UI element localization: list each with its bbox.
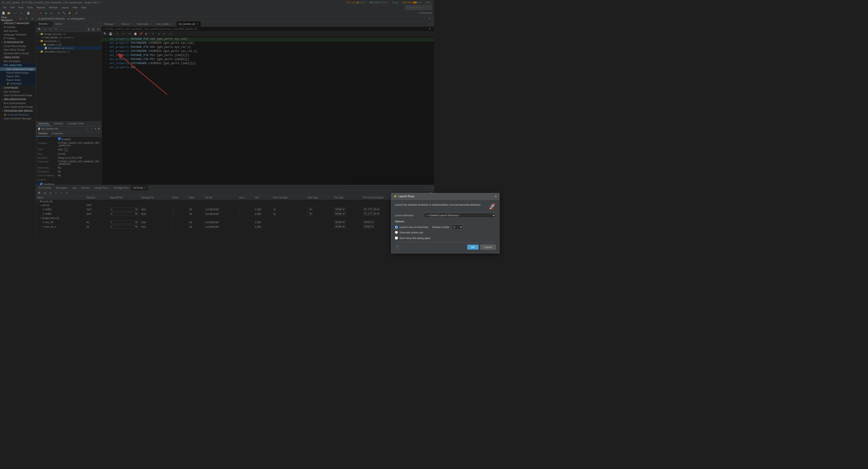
dialog-radio-local: Launch runs on local host: Number of job… (395, 225, 434, 230)
dialog-title-text: Launch Runs (398, 195, 414, 198)
dialog-launch-dir-row: Launch directory: ⇢ <Default Launch Dire… (395, 213, 434, 218)
dialog-launch-dir-label: Launch directory: (395, 214, 422, 217)
dialog-desc-row: Launch the selected synthesis or impleme… (395, 203, 434, 210)
dialog-options-label: Options (395, 220, 404, 223)
radio-gen-scripts[interactable] (395, 231, 398, 234)
dialog-launch-dir-select[interactable]: ⇢ <Default Launch Directory> (424, 213, 434, 218)
dialog-overlay: ⚡ Launch Runs ✕ Launch the selected synt… (0, 0, 434, 234)
dialog-title: ⚡ Launch Runs (394, 195, 414, 198)
dialog-radio-scripts: Generate scripts only (395, 231, 434, 234)
dialog-header: ⚡ Launch Runs ✕ (391, 193, 434, 200)
dialog-description: Launch the selected synthesis or impleme… (395, 203, 434, 206)
dialog-vivado-icon: ⚡ (394, 195, 397, 198)
dialog-options-header: Options (395, 220, 434, 223)
launch-runs-dialog: ⚡ Launch Runs ✕ Launch the selected synt… (391, 193, 434, 234)
jobs-label: Number of jobs: (432, 226, 434, 228)
radio-local-label: Launch runs on local host: (400, 226, 429, 228)
dialog-desc-text: Launch the selected synthesis or impleme… (395, 203, 434, 210)
radio-local-host[interactable] (395, 226, 398, 229)
dialog-body: Launch the selected synthesis or impleme… (391, 200, 434, 234)
radio-scripts-label: Generate scripts only (400, 231, 423, 234)
